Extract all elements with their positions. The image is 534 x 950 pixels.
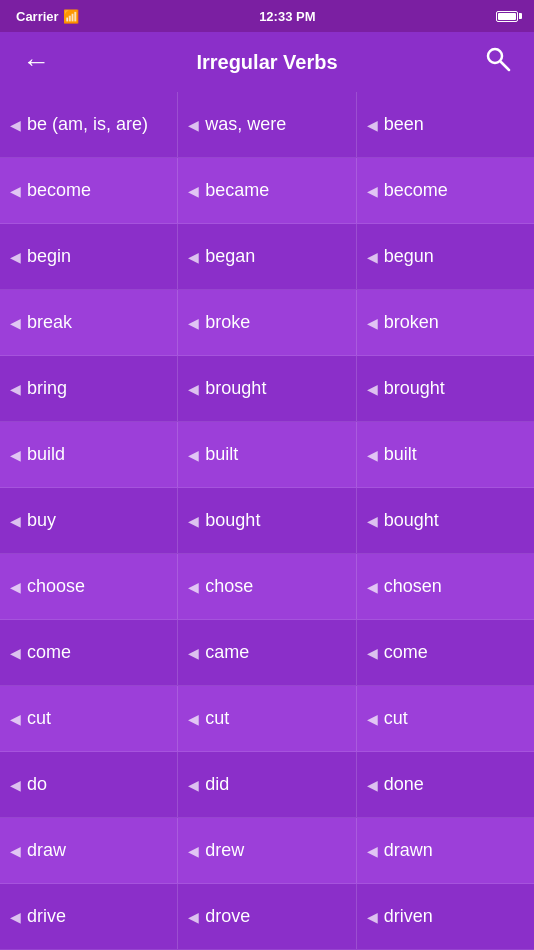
speaker-icon: ◀ [10,117,21,133]
verb-cell[interactable]: ◀broke [178,290,356,355]
verb-cell[interactable]: ◀choose [0,554,178,619]
table-row[interactable]: ◀come◀came◀come [0,620,534,686]
verb-cell[interactable]: ◀chosen [357,554,534,619]
speaker-icon: ◀ [188,249,199,265]
table-row[interactable]: ◀buy◀bought◀bought [0,488,534,554]
verb-text: build [27,444,65,465]
verb-cell[interactable]: ◀was, were [178,92,356,157]
table-row[interactable]: ◀cut◀cut◀cut [0,686,534,752]
speaker-icon: ◀ [188,315,199,331]
verb-cell[interactable]: ◀became [178,158,356,223]
speaker-icon: ◀ [188,183,199,199]
table-row[interactable]: ◀draw◀drew◀drawn [0,818,534,884]
verb-text: done [384,774,424,795]
verb-cell[interactable]: ◀came [178,620,356,685]
verb-cell[interactable]: ◀drive [0,884,178,949]
verb-cell[interactable]: ◀chose [178,554,356,619]
table-row[interactable]: ◀build◀built◀built [0,422,534,488]
speaker-icon: ◀ [367,249,378,265]
speaker-icon: ◀ [188,117,199,133]
verb-cell[interactable]: ◀drove [178,884,356,949]
search-button[interactable] [478,45,518,80]
speaker-icon: ◀ [10,843,21,859]
verb-cell[interactable]: ◀done [357,752,534,817]
speaker-icon: ◀ [10,513,21,529]
verb-cell[interactable]: ◀break [0,290,178,355]
verb-cell[interactable]: ◀bring [0,356,178,421]
verb-cell[interactable]: ◀do [0,752,178,817]
verb-cell[interactable]: ◀cut [0,686,178,751]
status-time: 12:33 PM [259,9,315,24]
verb-cell[interactable]: ◀brought [178,356,356,421]
verb-text: drive [27,906,66,927]
verb-text: built [384,444,417,465]
table-row[interactable]: ◀break◀broke◀broken [0,290,534,356]
table-row[interactable]: ◀choose◀chose◀chosen [0,554,534,620]
verb-cell[interactable]: ◀driven [357,884,534,949]
verb-cell[interactable]: ◀cut [178,686,356,751]
speaker-icon: ◀ [188,579,199,595]
verb-text: drove [205,906,250,927]
verb-cell[interactable]: ◀built [178,422,356,487]
table-row[interactable]: ◀become◀became◀become [0,158,534,224]
verb-text: did [205,774,229,795]
table-row[interactable]: ◀be (am, is, are)◀was, were◀been [0,92,534,158]
verb-text: bring [27,378,67,399]
verb-cell[interactable]: ◀become [0,158,178,223]
verb-cell[interactable]: ◀become [357,158,534,223]
verb-text: cut [27,708,51,729]
verb-cell[interactable]: ◀buy [0,488,178,553]
verb-text: break [27,312,72,333]
verb-text: choose [27,576,85,597]
verb-cell[interactable]: ◀come [357,620,534,685]
verb-text: be (am, is, are) [27,114,148,135]
speaker-icon: ◀ [10,183,21,199]
speaker-icon: ◀ [10,315,21,331]
verb-text: bought [205,510,260,531]
verb-text: cut [205,708,229,729]
verb-text: bought [384,510,439,531]
verb-cell[interactable]: ◀begun [357,224,534,289]
verb-cell[interactable]: ◀be (am, is, are) [0,92,178,157]
table-row[interactable]: ◀bring◀brought◀brought [0,356,534,422]
table-row[interactable]: ◀begin◀began◀begun [0,224,534,290]
verb-cell[interactable]: ◀come [0,620,178,685]
verb-cell[interactable]: ◀build [0,422,178,487]
table-row[interactable]: ◀drive◀drove◀driven [0,884,534,950]
verb-cell[interactable]: ◀bought [178,488,356,553]
speaker-icon: ◀ [188,909,199,925]
verb-cell[interactable]: ◀been [357,92,534,157]
verb-text: do [27,774,47,795]
speaker-icon: ◀ [367,909,378,925]
nav-bar: ← Irregular Verbs [0,32,534,92]
speaker-icon: ◀ [188,447,199,463]
verb-cell[interactable]: ◀began [178,224,356,289]
table-row[interactable]: ◀do◀did◀done [0,752,534,818]
speaker-icon: ◀ [10,381,21,397]
verb-cell[interactable]: ◀bought [357,488,534,553]
speaker-icon: ◀ [367,381,378,397]
verb-cell[interactable]: ◀drawn [357,818,534,883]
speaker-icon: ◀ [367,645,378,661]
verb-text: came [205,642,249,663]
verb-cell[interactable]: ◀brought [357,356,534,421]
battery-icon [496,11,518,22]
verb-text: begin [27,246,71,267]
speaker-icon: ◀ [10,645,21,661]
speaker-icon: ◀ [188,381,199,397]
speaker-icon: ◀ [367,711,378,727]
back-button[interactable]: ← [16,46,56,78]
verb-cell[interactable]: ◀did [178,752,356,817]
speaker-icon: ◀ [188,843,199,859]
verbs-table: ◀be (am, is, are)◀was, were◀been◀become◀… [0,92,534,950]
speaker-icon: ◀ [10,447,21,463]
verb-text: come [384,642,428,663]
verb-cell[interactable]: ◀begin [0,224,178,289]
verb-text: began [205,246,255,267]
verb-cell[interactable]: ◀broken [357,290,534,355]
verb-cell[interactable]: ◀cut [357,686,534,751]
speaker-icon: ◀ [367,513,378,529]
verb-cell[interactable]: ◀draw [0,818,178,883]
verb-cell[interactable]: ◀drew [178,818,356,883]
verb-cell[interactable]: ◀built [357,422,534,487]
